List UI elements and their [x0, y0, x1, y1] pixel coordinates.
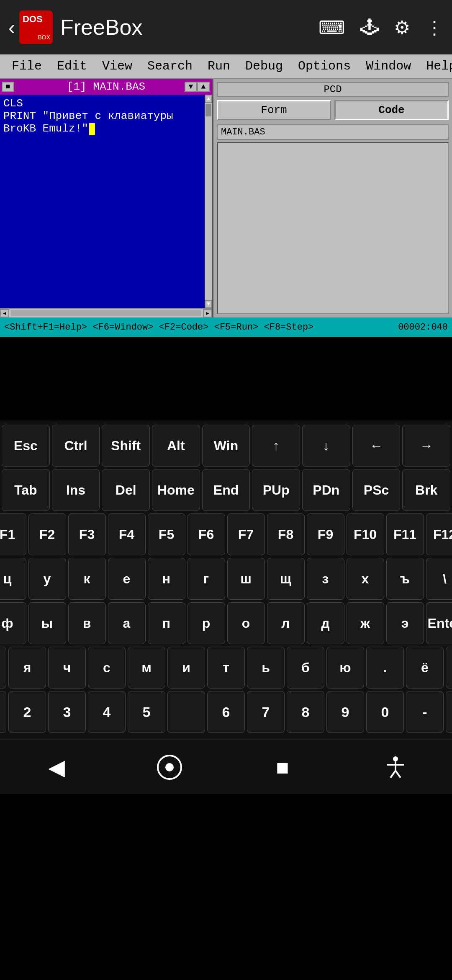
- key-f10[interactable]: F10: [347, 513, 384, 555]
- key-н[interactable]: н: [148, 558, 185, 600]
- key-7[interactable]: 7: [247, 691, 285, 733]
- key-enter[interactable]: Enter: [426, 602, 452, 644]
- scroll-right-arrow[interactable]: ►: [203, 309, 212, 317]
- key-л[interactable]: л: [267, 602, 305, 644]
- keyboard-icon[interactable]: ⌨: [318, 17, 345, 38]
- nav-back-button[interactable]: ◀: [31, 750, 82, 784]
- key-backslash[interactable]: \: [426, 558, 452, 600]
- back-button[interactable]: ‹: [8, 16, 15, 39]
- key-9[interactable]: 9: [326, 691, 364, 733]
- key-э[interactable]: э: [386, 602, 424, 644]
- key-ы[interactable]: ы: [28, 602, 66, 644]
- key-ч[interactable]: ч: [48, 647, 86, 689]
- settings-icon[interactable]: ⚙: [394, 17, 410, 38]
- key-win[interactable]: Win: [202, 425, 250, 467]
- key-6[interactable]: 6: [207, 691, 245, 733]
- key-м[interactable]: м: [128, 647, 165, 689]
- key-minus[interactable]: -: [406, 691, 444, 733]
- key-ё[interactable]: ё: [406, 647, 444, 689]
- nav-home-button[interactable]: [144, 750, 195, 784]
- key-f2[interactable]: F2: [28, 513, 66, 555]
- key-4[interactable]: 4: [88, 691, 126, 733]
- key-f8[interactable]: F8: [267, 513, 305, 555]
- key-space[interactable]: [167, 691, 205, 733]
- key-right-arrow[interactable]: →: [402, 425, 450, 467]
- key-п[interactable]: п: [148, 602, 185, 644]
- menu-file[interactable]: File: [4, 57, 49, 75]
- key-f6[interactable]: F6: [187, 513, 225, 555]
- key-1[interactable]: 1: [0, 691, 6, 733]
- key-к[interactable]: к: [68, 558, 106, 600]
- key-brk[interactable]: Brk: [402, 469, 450, 511]
- key-esc[interactable]: Esc: [2, 425, 50, 467]
- key-up-arrow[interactable]: ↑: [252, 425, 300, 467]
- scroll-left-arrow[interactable]: ◄: [0, 309, 9, 317]
- scrollbar-horizontal[interactable]: ◄ ►: [0, 308, 212, 317]
- key-и[interactable]: и: [167, 647, 205, 689]
- menu-search[interactable]: Search: [140, 57, 200, 75]
- key-alt[interactable]: Alt: [152, 425, 200, 467]
- menu-window[interactable]: Window: [358, 57, 419, 75]
- key-f5[interactable]: F5: [148, 513, 185, 555]
- key-о[interactable]: о: [227, 602, 265, 644]
- key-ж[interactable]: ж: [347, 602, 384, 644]
- key-в[interactable]: в: [68, 602, 106, 644]
- pcd-code-button[interactable]: Code: [334, 100, 449, 120]
- key-г[interactable]: г: [187, 558, 225, 600]
- scroll-up-arrow[interactable]: ▲: [205, 95, 212, 103]
- key-pgup[interactable]: PUp: [252, 469, 300, 511]
- key-shift-left[interactable]: Sh: [0, 647, 6, 689]
- window-system-icon[interactable]: ■: [2, 82, 14, 92]
- window-maximize-button[interactable]: ▲: [197, 82, 210, 92]
- key-б[interactable]: б: [287, 647, 324, 689]
- scroll-thumb[interactable]: [205, 104, 211, 116]
- key-0[interactable]: 0: [366, 691, 404, 733]
- window-minimize-button[interactable]: ▼: [185, 82, 197, 92]
- key-ins[interactable]: Ins: [52, 469, 100, 511]
- scrollbar-vertical[interactable]: ▲ ▼: [205, 95, 212, 308]
- key-8[interactable]: 8: [287, 691, 324, 733]
- key-tab[interactable]: Tab: [2, 469, 50, 511]
- menu-edit[interactable]: Edit: [49, 57, 95, 75]
- key-f12[interactable]: F12: [426, 513, 452, 555]
- key-ь[interactable]: ь: [247, 647, 285, 689]
- key-5[interactable]: 5: [128, 691, 165, 733]
- key-pgdn[interactable]: PDn: [302, 469, 350, 511]
- key-prtsc[interactable]: PSc: [352, 469, 401, 511]
- key-х[interactable]: х: [347, 558, 384, 600]
- key-ъ[interactable]: ъ: [386, 558, 424, 600]
- scroll-down-arrow[interactable]: ▼: [205, 300, 212, 308]
- key-ctrl[interactable]: Ctrl: [52, 425, 100, 467]
- key-с[interactable]: с: [88, 647, 126, 689]
- menu-help[interactable]: Help: [419, 57, 452, 75]
- code-content[interactable]: CLS PRINT "Привет с клавиатуры BroKB Emu…: [0, 95, 212, 308]
- key-ш[interactable]: ш: [227, 558, 265, 600]
- key-end[interactable]: End: [202, 469, 250, 511]
- key-del[interactable]: Del: [102, 469, 150, 511]
- pcd-form-button[interactable]: Form: [217, 100, 331, 120]
- key-з[interactable]: з: [307, 558, 344, 600]
- key-home[interactable]: Home: [152, 469, 200, 511]
- key-f11[interactable]: F11: [386, 513, 424, 555]
- key-ф[interactable]: ф: [0, 602, 26, 644]
- nav-accessibility-button[interactable]: [370, 750, 421, 784]
- key-ц[interactable]: ц: [0, 558, 26, 600]
- joystick-icon[interactable]: 🕹: [360, 17, 379, 38]
- menu-view[interactable]: View: [95, 57, 140, 75]
- key-я[interactable]: я: [8, 647, 46, 689]
- key-т[interactable]: т: [207, 647, 245, 689]
- key-ю[interactable]: ю: [326, 647, 364, 689]
- key-lat[interactable]: Лат: [446, 647, 452, 689]
- key-f9[interactable]: F9: [307, 513, 344, 555]
- menu-options[interactable]: Options: [290, 57, 358, 75]
- nav-recents-button[interactable]: ■: [257, 750, 308, 784]
- menu-debug[interactable]: Debug: [238, 57, 290, 75]
- key-2[interactable]: 2: [8, 691, 46, 733]
- key-р[interactable]: р: [187, 602, 225, 644]
- key-д[interactable]: д: [307, 602, 344, 644]
- key-down-arrow[interactable]: ↓: [302, 425, 350, 467]
- key-shift[interactable]: Shift: [102, 425, 150, 467]
- key-f1[interactable]: F1: [0, 513, 26, 555]
- key-3[interactable]: 3: [48, 691, 86, 733]
- key-f3[interactable]: F3: [68, 513, 106, 555]
